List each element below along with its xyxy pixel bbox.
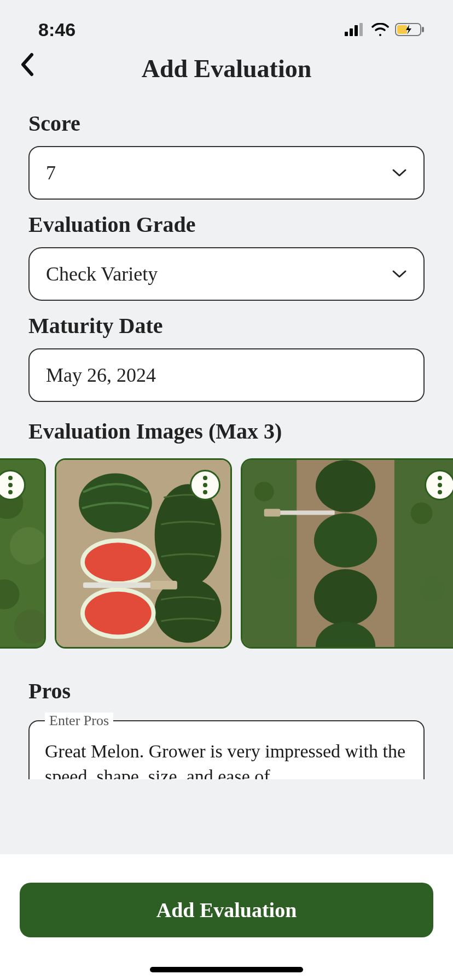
image-options-button[interactable] [190,470,220,500]
header: Add Evaluation [0,49,453,98]
svg-point-28 [314,569,377,626]
pros-legend: Enter Pros [45,713,113,729]
svg-rect-0 [345,32,348,36]
svg-rect-2 [355,25,358,36]
chevron-down-icon [392,168,407,178]
svg-rect-21 [150,581,177,590]
image-options-button[interactable] [425,470,453,500]
svg-point-33 [269,556,293,580]
maturity-value: May 26, 2024 [46,364,156,387]
svg-rect-5 [422,27,424,32]
chevron-left-icon [20,52,36,77]
grade-label: Evaluation Grade [28,212,425,237]
svg-point-17 [85,542,152,581]
watermelon-row-thumbnail [242,460,453,647]
svg-rect-31 [264,509,281,517]
svg-point-34 [411,503,433,524]
back-button[interactable] [20,52,36,79]
svg-point-19 [85,592,152,635]
svg-rect-30 [275,511,335,515]
svg-rect-6 [397,25,407,34]
battery-charging-icon [395,22,426,37]
svg-point-35 [420,576,446,603]
page-title: Add Evaluation [16,54,437,83]
chevron-down-icon [392,269,407,279]
home-indicator[interactable] [150,967,303,972]
wifi-icon [371,23,390,36]
status-indicators [345,22,426,37]
svg-rect-3 [359,23,363,36]
svg-point-27 [314,514,377,568]
pros-input[interactable]: Enter Pros Great Melon. Grower is very i… [28,713,425,779]
evaluation-image[interactable] [241,458,453,649]
svg-point-26 [316,460,375,512]
svg-point-32 [254,482,274,501]
bottom-bar: Add Evaluation [0,854,453,980]
evaluation-image[interactable] [55,458,232,649]
evaluation-image[interactable] [0,458,46,649]
score-label: Score [28,110,425,136]
status-time: 8:46 [38,19,76,40]
maturity-date-input[interactable]: May 26, 2024 [28,348,425,402]
images-label: Evaluation Images (Max 3) [28,418,425,444]
add-evaluation-button[interactable]: Add Evaluation [20,883,433,937]
pros-value: Great Melon. Grower is very impressed wi… [45,739,408,779]
svg-rect-1 [350,28,353,36]
pros-label: Pros [28,678,425,704]
svg-point-14 [155,484,222,586]
score-select[interactable]: 7 [28,146,425,200]
image-strip[interactable] [0,458,453,651]
grade-value: Check Variety [46,262,158,285]
cellular-icon [345,23,365,36]
maturity-label: Maturity Date [28,313,425,339]
grade-select[interactable]: Check Variety [28,247,425,301]
status-bar: 8:46 [0,0,453,49]
score-value: 7 [46,161,56,184]
